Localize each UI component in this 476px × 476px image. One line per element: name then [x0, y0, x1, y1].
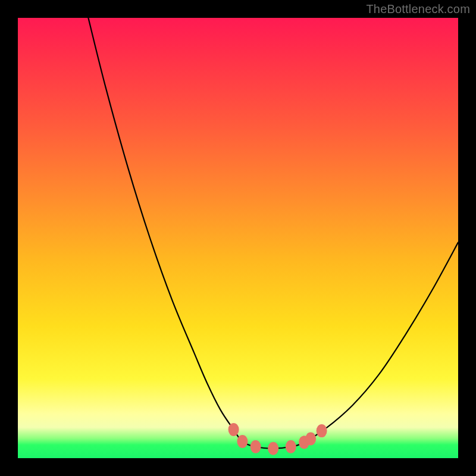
trough-marker: [228, 423, 239, 436]
trough-marker: [237, 435, 248, 448]
trough-marker: [286, 440, 296, 453]
plot-area: [18, 18, 458, 458]
trough-marker: [250, 440, 261, 453]
trough-marker: [268, 442, 278, 455]
trough-marker: [305, 432, 316, 445]
trough-markers: [228, 423, 327, 455]
watermark-text: TheBottleneck.com: [366, 2, 470, 16]
curve-layer: [18, 18, 458, 458]
bottleneck-curve: [88, 18, 458, 449]
chart-frame: TheBottleneck.com: [0, 0, 476, 476]
trough-marker: [317, 424, 327, 437]
